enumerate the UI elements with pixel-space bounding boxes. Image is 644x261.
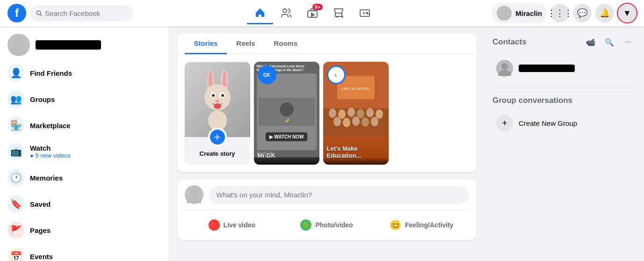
saved-icon: 🔖 [7, 196, 24, 212]
memories-icon: 🕐 [7, 169, 24, 186]
stories-card: Stories Reels Rooms [177, 34, 477, 172]
friends-icon [281, 7, 292, 19]
nav-home-button[interactable] [247, 2, 273, 24]
contact-avatar [496, 60, 513, 77]
saved-label: Saved [30, 200, 161, 208]
story-card-laes[interactable]: LAES ACADEMY L Let's Make Education... [323, 62, 389, 165]
create-new-group-button[interactable]: + Create New Group [492, 111, 637, 135]
new-message-button[interactable]: 📹 [582, 34, 599, 51]
sidebar-item-watch[interactable]: 📺 Watch ● 9 new videos [4, 138, 165, 165]
sidebar-user-name-block [36, 40, 101, 50]
laes-story-bg: LAES ACADEMY L Let's Make Education... [323, 62, 389, 165]
sidebar-user-profile[interactable] [4, 30, 165, 60]
story-card-mrgk[interactable]: Why do Astronauts Love these Weirdest Th… [254, 62, 319, 165]
watch-icon-sidebar: 📺 [7, 143, 24, 160]
sidebar-item-saved[interactable]: 🔖 Saved [4, 191, 165, 217]
laes-story-label: Let's Make Education... [327, 145, 385, 159]
nav-marketplace-button[interactable] [326, 2, 352, 24]
home-icon [254, 7, 266, 18]
svg-point-11 [367, 13, 368, 14]
feeling-label: Feeling/Activity [405, 221, 453, 229]
feeling-button[interactable]: 😊 Feeling/Activity [374, 216, 469, 234]
svg-point-39 [352, 116, 360, 126]
search-contacts-button[interactable]: 🔍 [601, 34, 618, 51]
feeling-icon: 😊 [390, 219, 401, 231]
create-story-plus-icon: + [208, 128, 227, 146]
photo-video-label: Photo/video [315, 221, 353, 229]
live-video-button[interactable]: 🔴 Live video [185, 216, 280, 234]
stories-tabs: Stories Reels Rooms [177, 34, 477, 54]
nav-gaming-button[interactable] [352, 2, 378, 24]
sidebar-item-pages[interactable]: 🚩 Pages [4, 217, 165, 243]
svg-point-44 [190, 189, 198, 196]
find-friends-icon: 👤 [7, 65, 24, 81]
mrgk-avatar: GK [258, 65, 276, 84]
tab-rooms[interactable]: Rooms [264, 34, 307, 54]
nav-center-icons: 9+ [137, 2, 488, 24]
svg-point-21 [212, 94, 215, 97]
page-layout: 👤 Find Friends 👥 Groups 🏪 Marketplace 📺 … [0, 0, 644, 261]
sidebar-item-memories[interactable]: 🕐 Memories [4, 165, 165, 191]
sidebar-user-avatar [7, 34, 30, 56]
photo-video-icon: 🟢 [300, 219, 311, 231]
svg-text:🌙: 🌙 [284, 117, 289, 122]
nav-right-section: Miraclin ⋮⋮⋮ 💬 🔔 ▼ [492, 3, 637, 23]
search-input[interactable] [45, 9, 127, 17]
svg-point-27 [280, 102, 294, 116]
sidebar-item-marketplace[interactable]: 🏪 Marketplace [4, 112, 165, 138]
svg-point-22 [221, 94, 224, 97]
gaming-icon [359, 7, 370, 19]
facebook-logo: f [7, 4, 26, 22]
sidebar-item-groups[interactable]: 👥 Groups [4, 86, 165, 112]
marketplace-label: Marketplace [30, 122, 161, 130]
nav-friends-button[interactable] [273, 2, 299, 24]
mrgk-story-bg: Why do Astronauts Love these Weirdest Th… [254, 62, 319, 165]
watch-now-badge: ▶ WATCH NOW [266, 132, 308, 141]
nav-watch-button[interactable]: 9+ [299, 2, 326, 24]
watch-badge: 9+ [312, 4, 323, 10]
svg-text:LAES ACADEMY: LAES ACADEMY [341, 87, 370, 91]
photo-video-button[interactable]: 🟢 Photo/video [279, 216, 374, 234]
events-label: Events [30, 253, 161, 261]
svg-point-31 [329, 109, 336, 118]
account-dropdown-button[interactable]: ▼ [618, 4, 637, 22]
nav-user-name: Miraclin [515, 9, 542, 17]
notifications-button[interactable]: 🔔 [595, 4, 614, 22]
mrgk-story-label: Mr.GK [258, 152, 316, 159]
svg-point-0 [36, 11, 40, 14]
grid-menu-button[interactable]: ⋮⋮⋮ [550, 4, 569, 22]
post-actions-row: 🔴 Live video 🟢 Photo/video 😊 Feeling/Act… [185, 210, 469, 234]
groups-icon: 👥 [7, 91, 24, 108]
post-creation-box: 🔴 Live video 🟢 Photo/video 😊 Feeling/Act… [177, 180, 477, 240]
create-story-card[interactable]: + Create story [185, 62, 250, 165]
tab-reels[interactable]: Reels [227, 34, 264, 54]
search-bar[interactable] [30, 6, 133, 21]
laes-avatar: L [327, 65, 346, 84]
right-sidebar: Contacts 📹 🔍 ··· Group conversations + C… [485, 26, 644, 261]
contacts-more-button[interactable]: ··· [620, 34, 637, 51]
messenger-button[interactable]: 💬 [573, 4, 592, 22]
story-article-image: 🌙 [259, 98, 315, 126]
svg-point-23 [215, 100, 220, 102]
sidebar-item-events[interactable]: 📅 Events [4, 243, 165, 261]
create-group-icon: + [496, 115, 513, 131]
live-video-label: Live video [224, 221, 255, 229]
stories-content: + Create story Why do Astronauts Love th… [177, 54, 477, 172]
svg-point-24 [214, 103, 221, 109]
post-input-field[interactable] [209, 186, 469, 203]
groups-label: Groups [30, 95, 161, 103]
marketplace-icon [333, 7, 344, 19]
events-icon: 📅 [7, 248, 24, 261]
svg-point-37 [333, 117, 341, 126]
cartoon-character [196, 67, 239, 132]
user-profile-button[interactable]: Miraclin [492, 3, 547, 23]
memories-label: Memories [30, 174, 161, 182]
svg-point-2 [283, 9, 287, 13]
contacts-title: Contacts [492, 37, 527, 47]
tab-stories[interactable]: Stories [185, 34, 227, 54]
svg-point-34 [357, 109, 364, 118]
contact-item[interactable] [492, 56, 637, 80]
search-icon [36, 9, 42, 17]
post-user-avatar [185, 185, 203, 204]
sidebar-item-find-friends[interactable]: 👤 Find Friends [4, 60, 165, 86]
